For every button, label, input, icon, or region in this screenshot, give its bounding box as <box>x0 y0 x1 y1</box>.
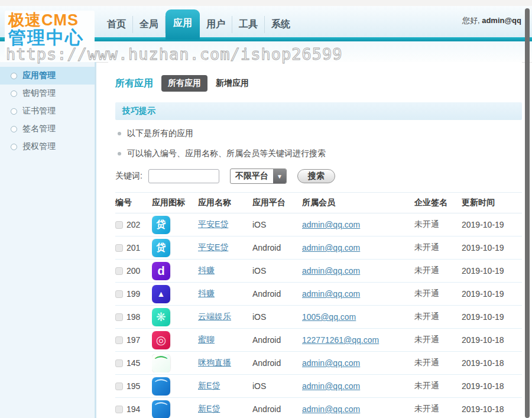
table-row: 194 ⌒ 新E贷 Android admin@qq.com 未开通 2019-… <box>115 398 522 418</box>
updated-date: 2019-10-18 <box>462 358 522 368</box>
douzhuan-mountain-icon: ▲ <box>152 285 170 303</box>
app-name-link[interactable]: 蜜聊 <box>198 335 215 344</box>
tab-new-app[interactable]: 新增应用 <box>216 78 249 89</box>
platform-select[interactable]: 不限平台 ▼ <box>230 169 287 184</box>
pingan-e-loan-icon: 贷 <box>152 216 170 234</box>
row-checkbox[interactable] <box>115 406 123 413</box>
keyword-input[interactable] <box>148 169 219 183</box>
signature-status: 未开通 <box>414 312 462 322</box>
radio-dot-icon <box>11 90 17 97</box>
updated-date: 2019-10-19 <box>462 289 522 299</box>
keyword-label: 关键词: <box>115 171 142 182</box>
app-id: 198 <box>126 312 140 322</box>
app-platform: iOS <box>252 220 302 229</box>
nav-tab-global[interactable]: 全局 <box>133 16 166 33</box>
signature-status: 未开通 <box>414 289 462 299</box>
app-id: 201 <box>126 243 140 252</box>
app-platform: Android <box>252 289 302 299</box>
row-checkbox[interactable] <box>115 383 123 390</box>
row-checkbox[interactable] <box>115 267 123 275</box>
member-link[interactable]: admin@qq.com <box>302 358 360 368</box>
app-name-link[interactable]: 抖赚 <box>198 265 215 275</box>
row-checkbox[interactable] <box>115 313 123 321</box>
app-name-link[interactable]: 抖赚 <box>198 289 215 298</box>
signature-status: 未开通 <box>414 335 462 345</box>
sidebar-item-cert-management[interactable]: 证书管理 <box>0 102 95 120</box>
search-form: 关键词: 不限平台 ▼ 搜索 <box>115 169 522 193</box>
app-id: 195 <box>126 381 140 391</box>
sidebar-item-label: 证书管理 <box>22 106 56 116</box>
bullet-dot-icon <box>118 132 121 135</box>
sidebar-item-label: 应用管理 <box>22 70 56 81</box>
table-row: 199 ▲ 抖赚 Android admin@qq.com 未开通 2019-1… <box>115 283 522 306</box>
signature-status: 未开通 <box>414 404 462 414</box>
scrollbar-thumb[interactable] <box>525 8 530 418</box>
member-link[interactable]: admin@qq.com <box>302 289 360 299</box>
col-name: 应用名称 <box>198 197 252 208</box>
signature-status: 未开通 <box>414 358 462 368</box>
row-checkbox[interactable] <box>115 244 123 252</box>
app-name-link[interactable]: 新E贷 <box>198 381 220 390</box>
member-link[interactable]: admin@qq.com <box>302 266 360 276</box>
sidebar-item-key-management[interactable]: 密钥管理 <box>0 85 95 102</box>
sidebar-item-authorization-management[interactable]: 授权管理 <box>0 138 95 155</box>
app-id: 199 <box>126 289 140 299</box>
tips-bullets: 以下是所有的应用 可以输入编号、应用名称、所属会员等关键词进行搜索 <box>118 128 522 159</box>
nav-tab-users[interactable]: 用户 <box>200 16 232 33</box>
radio-dot-icon <box>11 108 17 115</box>
member-link[interactable]: admin@qq.com <box>302 404 360 414</box>
search-button[interactable]: 搜索 <box>297 169 335 183</box>
app-id: 194 <box>126 404 140 414</box>
updated-date: 2019-10-19 <box>462 266 522 276</box>
col-signature: 企业签名 <box>414 197 462 208</box>
scrollbar-track[interactable] <box>524 0 532 418</box>
app-platform: Android <box>252 404 302 414</box>
logo-line2: 管理中心 <box>8 28 91 47</box>
member-link[interactable]: 1005@qq.com <box>302 312 356 322</box>
row-checkbox[interactable] <box>115 221 123 229</box>
tab-all-apps[interactable]: 所有应用 <box>161 75 207 92</box>
app-name-link[interactable]: 平安E贷 <box>198 242 228 252</box>
page-title: 所有应用 <box>115 77 153 90</box>
tip-item: 以下是所有的应用 <box>118 128 522 139</box>
cms-admin-page: 极速CMS 管理中心 首页 全局 应用 用户 工具 系统 您好, admin@q… <box>0 0 532 418</box>
signature-status: 未开通 <box>414 219 462 230</box>
platform-select-value: 不限平台 <box>231 169 273 183</box>
col-icon: 应用图标 <box>152 197 198 208</box>
col-updated: 更新时间 <box>462 197 522 208</box>
updated-date: 2019-10-19 <box>462 220 522 229</box>
app-platform: iOS <box>252 266 302 276</box>
row-checkbox[interactable] <box>115 359 123 367</box>
sidebar-item-app-management[interactable]: 应用管理 <box>0 67 95 85</box>
sidebar-item-signature-management[interactable]: 签名管理 <box>0 120 95 138</box>
updated-date: 2019-10-18 <box>462 404 522 414</box>
member-link[interactable]: admin@qq.com <box>302 220 360 229</box>
row-checkbox[interactable] <box>115 290 123 298</box>
nav-tab-system[interactable]: 系统 <box>265 16 297 33</box>
sidebar-item-label: 签名管理 <box>22 124 56 134</box>
nav-tab-apps[interactable]: 应用 <box>166 9 200 40</box>
greeting-username[interactable]: admin@qq <box>482 16 521 25</box>
sidebar-item-label: 密钥管理 <box>22 88 56 99</box>
milao-chat-bubble-icon: ◎ <box>152 331 170 349</box>
row-checkbox[interactable] <box>115 336 123 344</box>
app-id: 197 <box>126 335 140 345</box>
table-row: 198 ❋ 云端娱乐 iOS 1005@qq.com 未开通 2019-10-1… <box>115 306 522 329</box>
member-link[interactable]: admin@qq.com <box>302 243 360 252</box>
app-name-link[interactable]: 咪狗直播 <box>198 358 231 367</box>
new-e-loan-arch-icon: ⌒ <box>152 400 170 418</box>
app-name-link[interactable]: 云端娱乐 <box>198 312 231 321</box>
user-greeting: 您好, admin@qq <box>462 15 521 26</box>
updated-date: 2019-10-19 <box>462 312 522 322</box>
sidebar-item-label: 授权管理 <box>22 141 56 152</box>
app-name-link[interactable]: 平安E贷 <box>198 219 228 229</box>
col-id: 编号 <box>115 197 152 208</box>
pingan-e-loan-icon: 贷 <box>152 239 170 257</box>
table-row: 201 贷 平安E贷 Android admin@qq.com 未开通 2019… <box>115 236 522 260</box>
member-link[interactable]: 122771261@qq.com <box>302 335 379 345</box>
member-link[interactable]: admin@qq.com <box>302 381 360 391</box>
top-nav: 首页 全局 应用 用户 工具 系统 <box>100 15 297 33</box>
app-name-link[interactable]: 新E贷 <box>198 404 220 413</box>
nav-tab-tools[interactable]: 工具 <box>232 16 265 33</box>
nav-tab-home[interactable]: 首页 <box>100 16 133 33</box>
